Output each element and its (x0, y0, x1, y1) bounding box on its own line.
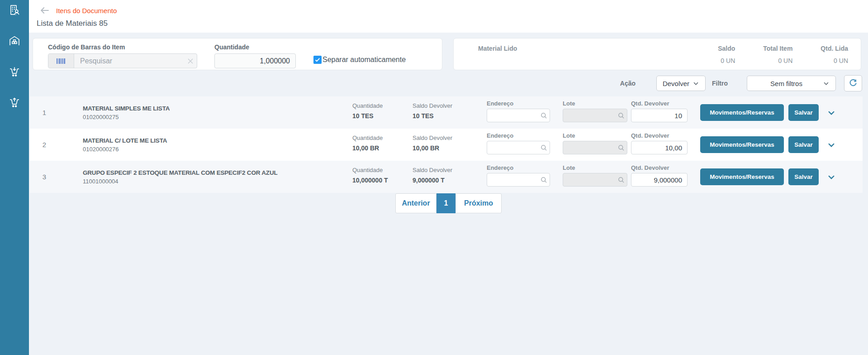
lot-label: Lote (563, 164, 627, 171)
qty-return-input[interactable] (631, 141, 688, 154)
search-icon[interactable] (538, 176, 550, 184)
pagination: Anterior 1 Próximo (29, 193, 868, 213)
main-area: Itens do Documento Lista de Materiais 85… (29, 0, 868, 355)
content: Código de Barras do Item (29, 33, 868, 355)
cart-dispatch-icon[interactable] (8, 96, 21, 109)
material-name: MATERIAL C/ LOTE ME LISTA (83, 137, 352, 144)
barcode-label: Código de Barras do Item (48, 43, 197, 51)
qtd-lida-column: Qtd. Lida 0 UN (821, 45, 848, 70)
sidebar (0, 0, 29, 355)
material-code: 01020000275 (83, 114, 352, 120)
table-row: 3 GRUPO ESPECIF 2 ESTOQUE MATERIAL COM E… (30, 161, 863, 193)
material-name: MATERIAL SIMPLES ME LISTA (83, 105, 352, 112)
material-read-label: Material Lido (478, 45, 517, 70)
quantity-label: Quantidade (214, 43, 296, 51)
movements-reserves-button[interactable]: Movimentos/Reservas (700, 136, 784, 153)
pagination-prev-button[interactable]: Anterior (395, 193, 436, 213)
quantity-input[interactable] (214, 53, 296, 68)
expand-chevron-icon[interactable] (826, 107, 837, 118)
qtd-lida-label: Qtd. Lida (821, 45, 848, 52)
cart-receive-icon[interactable] (8, 65, 21, 78)
material-code: 01020000276 (83, 146, 352, 153)
address-label: Endereço (487, 100, 550, 107)
table-row: 2 MATERIAL C/ LOTE ME LISTA 01020000276 … (30, 129, 863, 161)
action-select[interactable]: Devolver (656, 76, 706, 91)
material-code: 11001000004 (83, 178, 352, 185)
saldo-value: 0 UN (721, 57, 735, 64)
building-user-icon[interactable] (8, 4, 21, 16)
breadcrumb-back-link[interactable]: Itens do Documento (56, 7, 117, 14)
address-label: Endereço (487, 164, 550, 171)
total-item-column: Total Item 0 UN (763, 45, 792, 70)
chevron-down-icon (693, 80, 702, 87)
saldo-column: Saldo 0 UN (718, 45, 735, 70)
address-input[interactable] (487, 112, 538, 119)
balance-label: Saldo Devolver (413, 167, 487, 173)
qty-return-label: Qtd. Devolver (631, 132, 688, 139)
row-index: 3 (30, 161, 59, 193)
row-index: 2 (30, 129, 59, 161)
action-label: Ação (620, 80, 636, 87)
address-input[interactable] (487, 176, 538, 183)
qtd-lida-value: 0 UN (834, 57, 848, 64)
qty-return-input[interactable] (631, 109, 688, 122)
checkbox-checked-icon[interactable] (313, 56, 322, 64)
barcode-search-input[interactable] (74, 57, 184, 65)
row-index: 1 (30, 96, 59, 129)
quantity-field: Quantidade (214, 43, 296, 70)
expand-chevron-icon[interactable] (826, 172, 837, 182)
qty-return-input[interactable] (631, 173, 688, 187)
lot-input[interactable] (563, 112, 615, 119)
filter-select[interactable]: Sem filtros (747, 76, 836, 91)
items-table: 1 MATERIAL SIMPLES ME LISTA 01020000275 … (30, 96, 863, 193)
pagination-current-page[interactable]: 1 (436, 193, 455, 213)
pagination-next-button[interactable]: Próximo (455, 193, 502, 213)
quantity-value: 10 TES (352, 112, 413, 120)
lot-input[interactable] (563, 176, 615, 183)
lot-label: Lote (563, 132, 627, 139)
page-header: Itens do Documento Lista de Materiais 85 (29, 0, 868, 33)
auto-separate-checkbox[interactable]: Separar automaticamente (313, 56, 406, 64)
quantity-value: 10,00 BR (352, 144, 413, 152)
address-label: Endereço (487, 132, 550, 139)
total-item-label: Total Item (763, 45, 792, 52)
auto-separate-label: Separar automaticamente (323, 56, 406, 64)
lot-label: Lote (563, 100, 627, 107)
save-button[interactable]: Salvar (788, 168, 819, 185)
balance-value: 10 TES (413, 112, 487, 120)
balance-label: Saldo Devolver (413, 102, 487, 109)
search-icon[interactable] (615, 176, 627, 184)
address-input[interactable] (487, 144, 538, 151)
lot-input[interactable] (563, 144, 615, 151)
movements-reserves-button[interactable]: Movimentos/Reservas (700, 168, 784, 185)
page-title: Lista de Materiais 85 (29, 19, 868, 28)
qty-return-label: Qtd. Devolver (631, 164, 688, 171)
action-select-value: Devolver (657, 80, 693, 87)
filter-select-value: Sem filtros (747, 80, 823, 87)
quantity-value: 10,000000 T (352, 177, 413, 184)
quantity-label: Quantidade (352, 102, 413, 109)
qty-return-label: Qtd. Devolver (631, 100, 688, 107)
back-arrow-icon[interactable] (39, 5, 51, 16)
search-icon[interactable] (615, 112, 627, 120)
total-item-value: 0 UN (778, 57, 792, 64)
expand-chevron-icon[interactable] (826, 139, 837, 150)
search-icon[interactable] (538, 144, 550, 152)
search-icon[interactable] (538, 112, 550, 120)
toolbar: Ação Devolver Filtro Sem filtros (29, 75, 862, 91)
filter-label: Filtro (712, 80, 728, 87)
clear-icon[interactable] (184, 57, 197, 66)
refresh-button[interactable] (844, 75, 862, 91)
search-icon[interactable] (615, 144, 627, 152)
save-button[interactable]: Salvar (788, 136, 819, 153)
balance-value: 9,000000 T (413, 177, 487, 184)
material-read-card: Material Lido Saldo 0 UN Total Item 0 UN… (453, 38, 861, 70)
quantity-label: Quantidade (352, 167, 413, 173)
quantity-label: Quantidade (352, 134, 413, 141)
balance-label: Saldo Devolver (413, 134, 487, 141)
balance-value: 10,00 BR (413, 144, 487, 152)
movements-reserves-button[interactable]: Movimentos/Reservas (700, 104, 784, 121)
warehouse-boxes-icon[interactable] (8, 34, 21, 47)
chevron-down-icon (823, 80, 833, 87)
save-button[interactable]: Salvar (788, 104, 819, 121)
